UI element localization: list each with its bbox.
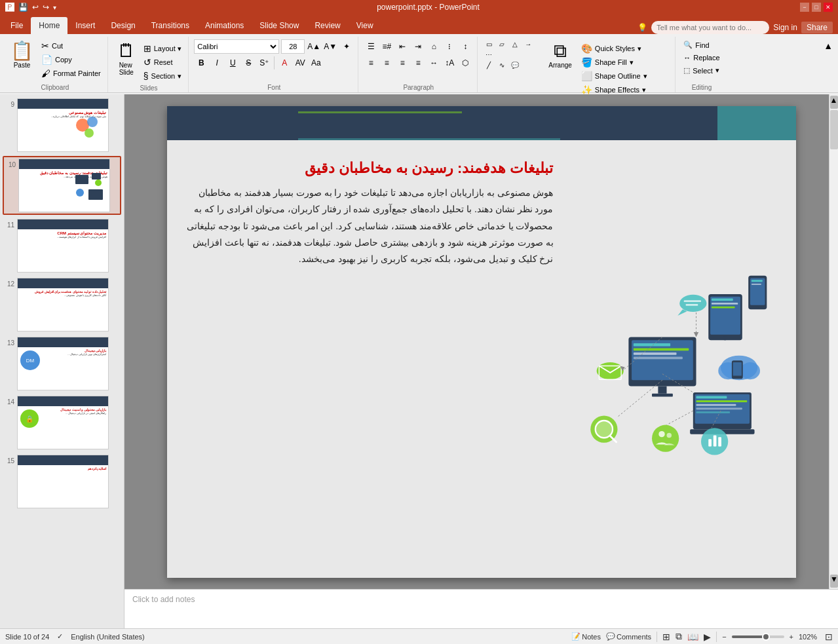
svg-rect-14 xyxy=(658,386,666,393)
share-button[interactable]: Share xyxy=(801,22,833,33)
smartart-button[interactable]: ⌂ xyxy=(427,39,441,54)
shape-arrow[interactable]: → xyxy=(522,39,534,48)
align-text-button[interactable]: ↕A xyxy=(442,56,457,70)
tab-home[interactable]: Home xyxy=(31,17,67,34)
comments-button[interactable]: 💬 Comments xyxy=(606,632,651,641)
reset-button[interactable]: ↺ Reset xyxy=(141,56,185,69)
justify-button[interactable]: ≡ xyxy=(411,56,425,70)
slide-canvas-area[interactable]: ▲ ▼ تبلیغات هدفمند: رسیدن به مخاطبان دقی… xyxy=(124,94,838,589)
tab-transitions[interactable]: Transitions xyxy=(143,17,197,34)
arrange-button[interactable]: ⧉ Arrange xyxy=(544,39,576,71)
font-color-button[interactable]: A xyxy=(277,56,292,70)
reading-view-button[interactable]: 📖 xyxy=(687,632,698,642)
line-spacing-button[interactable]: ↕ xyxy=(458,39,472,54)
increase-indent-button[interactable]: ⇥ xyxy=(411,39,425,54)
numbering-button[interactable]: ≡# xyxy=(379,39,394,54)
zoom-out-button[interactable]: − xyxy=(722,633,726,641)
align-right-button[interactable]: ≡ xyxy=(395,56,409,70)
columns-button[interactable]: ⫶ xyxy=(442,39,457,54)
quick-undo[interactable]: ↩ xyxy=(32,3,39,12)
svg-rect-33 xyxy=(751,283,761,284)
tab-design[interactable]: Design xyxy=(103,17,143,34)
font-size-increase-button[interactable]: A▲ xyxy=(307,39,321,54)
slide-thumb-14[interactable]: 14 بازاریابی محتوایی و امنیت دیجیتال راه… xyxy=(3,394,121,451)
zoom-in-button[interactable]: + xyxy=(790,633,793,641)
slide-thumb-15[interactable]: 15 اسلاید پانزدهم xyxy=(3,453,121,510)
shadow-button[interactable]: S⁺ xyxy=(257,56,271,70)
new-slide-button[interactable]: 🗒 NewSlide xyxy=(113,39,140,79)
shape-more[interactable]: ⋯ xyxy=(483,50,495,59)
underline-button[interactable]: U xyxy=(225,56,240,70)
quick-styles-button[interactable]: 🎨 Quick Styles ▾ xyxy=(579,42,650,55)
collapse-ribbon-button[interactable]: ▲ xyxy=(821,39,835,52)
slide-thumb-12[interactable]: 12 تحلیل داده تولید محتوای هدفمند برای ا… xyxy=(3,276,121,333)
paste-button[interactable]: 📋 Paste xyxy=(7,39,37,71)
shape-outline-button[interactable]: ⬜ Shape Outline ▾ xyxy=(579,69,650,83)
tab-animations[interactable]: Animations xyxy=(197,17,252,34)
decrease-indent-button[interactable]: ⇤ xyxy=(395,39,409,54)
format-painter-button[interactable]: 🖌 Format Painter xyxy=(39,67,104,80)
font-size-input[interactable] xyxy=(281,39,305,54)
slide-thumb-9[interactable]: 9 تبلیغات هوش مصنوعی متن نمونه برای اسلا… xyxy=(3,97,121,153)
tab-review[interactable]: Review xyxy=(307,17,348,34)
change-case-button[interactable]: Aa xyxy=(309,56,323,70)
layout-button[interactable]: ⊞ Layout ▾ xyxy=(141,42,185,55)
language[interactable]: English (United States) xyxy=(71,633,145,641)
vertical-scrollbar[interactable]: ▲ ▼ xyxy=(829,94,838,589)
convert-to-smartart[interactable]: ⬡ xyxy=(458,56,472,70)
slide-thumb-10[interactable]: 10 تبلیغات هدفمند: رسیدن به مخاطبان دقیق… xyxy=(3,156,121,215)
shape-line[interactable]: ╱ xyxy=(483,60,495,69)
tab-insert[interactable]: Insert xyxy=(67,17,103,34)
maximize-button[interactable]: □ xyxy=(812,3,821,12)
quick-save[interactable]: 💾 xyxy=(18,3,28,12)
slideshow-button[interactable]: ▶ xyxy=(704,632,711,642)
minimize-button[interactable]: − xyxy=(800,3,809,12)
italic-button[interactable]: I xyxy=(210,56,224,70)
bold-button[interactable]: B xyxy=(194,56,208,70)
shape-rect2[interactable]: ▱ xyxy=(496,39,508,48)
font-family-selector[interactable]: Calibri xyxy=(194,39,279,54)
shape-rect[interactable]: ▭ xyxy=(483,39,495,48)
tab-file[interactable]: File xyxy=(3,17,31,34)
copy-button[interactable]: 📄 Copy xyxy=(39,53,104,66)
find-button[interactable]: 🔍 Find xyxy=(681,39,712,50)
text-direction-button[interactable]: ↔ xyxy=(427,56,441,70)
normal-view-button[interactable]: ⊞ xyxy=(662,632,670,642)
accessibility-check-icon[interactable]: ✓ xyxy=(57,632,63,641)
tab-slideshow[interactable]: Slide Show xyxy=(252,17,307,34)
slide-title[interactable]: تبلیغات هدفمند: رسیدن به مخاطبان دقیق xyxy=(187,159,554,179)
bullets-button[interactable]: ☰ xyxy=(364,39,378,54)
fit-slide-button[interactable]: ⊡ xyxy=(825,632,833,642)
zoom-slider[interactable] xyxy=(732,635,784,638)
cut-button[interactable]: ✂ Cut xyxy=(39,39,104,52)
char-spacing-button[interactable]: AV xyxy=(293,56,307,70)
close-button[interactable]: ✕ xyxy=(824,3,833,12)
tell-me-input[interactable] xyxy=(651,21,769,34)
tab-view[interactable]: View xyxy=(349,17,381,34)
slide-thumb-13[interactable]: 13 بازاریابی دیجیتال استراتژی‌های نوین ب… xyxy=(3,335,121,392)
slide-thumb-11[interactable]: 11 مدیریت محتوای سیستم CRM افزایش فروش ب… xyxy=(3,218,121,274)
zoom-level[interactable]: 102% xyxy=(799,633,820,641)
zoom-thumb[interactable] xyxy=(762,633,770,641)
notes-button[interactable]: 📝 Notes xyxy=(571,632,601,641)
replace-button[interactable]: ↔ Replace xyxy=(681,52,722,63)
slide-body[interactable]: هوش مصنوعی به بازاریابان اجازه می‌دهد تا… xyxy=(187,185,554,267)
strikethrough-button[interactable]: S xyxy=(241,56,256,70)
section-button[interactable]: § Section ▾ xyxy=(141,69,185,83)
shape-triangle[interactable]: △ xyxy=(509,39,521,48)
shape-callout[interactable]: 💬 xyxy=(509,60,521,69)
align-left-button[interactable]: ≡ xyxy=(364,56,378,70)
shape-fill-button[interactable]: 🪣 Shape Fill ▾ xyxy=(579,56,650,69)
scrollbar-up-button[interactable]: ▲ xyxy=(830,96,838,109)
scrollbar-thumb-v[interactable] xyxy=(830,110,838,149)
signin-button[interactable]: Sign in xyxy=(773,23,797,32)
quick-redo[interactable]: ↪ xyxy=(43,3,49,12)
select-button[interactable]: ⬚ Select ▾ xyxy=(681,65,722,76)
font-size-decrease-button[interactable]: A▼ xyxy=(323,39,337,54)
notes-area[interactable]: Click to add notes xyxy=(124,589,838,628)
scrollbar-down-button[interactable]: ▼ xyxy=(830,575,838,588)
align-center-button[interactable]: ≡ xyxy=(379,56,394,70)
clear-format-button[interactable]: ✦ xyxy=(339,39,354,54)
slide-sorter-button[interactable]: ⧉ xyxy=(676,631,682,642)
shape-curve[interactable]: ∿ xyxy=(496,60,508,69)
